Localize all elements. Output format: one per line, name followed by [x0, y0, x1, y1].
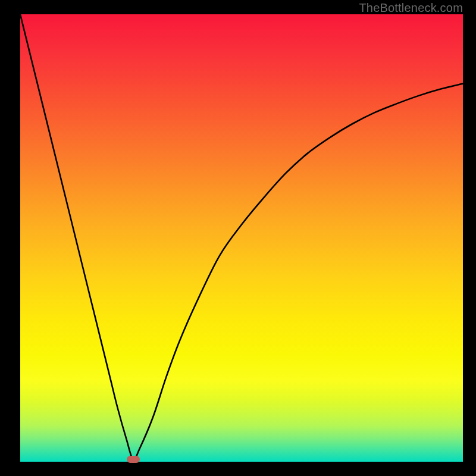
chart-plot-area [20, 14, 463, 462]
min-marker [127, 456, 140, 463]
watermark-text: TheBottleneck.com [359, 1, 463, 15]
chart-frame: TheBottleneck.com [0, 0, 476, 476]
percent-curve [20, 14, 463, 462]
